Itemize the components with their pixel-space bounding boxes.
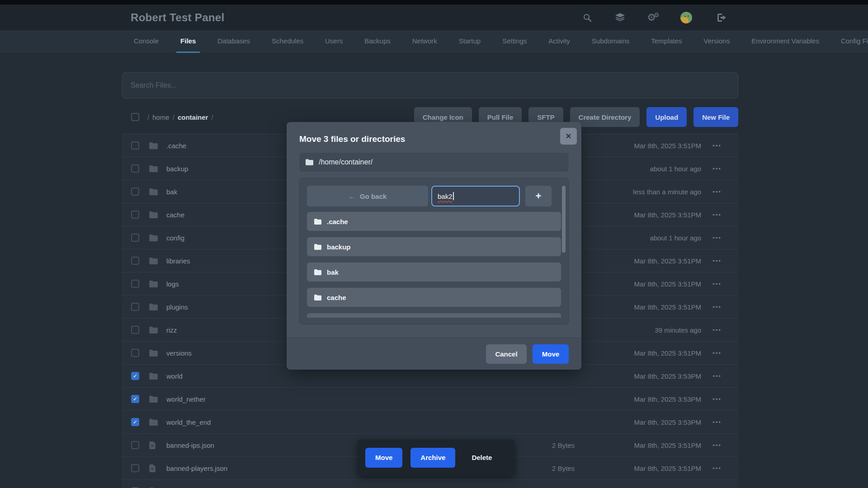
file-date: Mar 8th, 2025 3:51PM <box>593 303 701 311</box>
directory-name: backup <box>327 243 351 251</box>
tab-schedules[interactable]: Schedules <box>268 30 307 53</box>
select-all-checkbox[interactable] <box>131 113 139 121</box>
page-title: Robert Test Panel <box>131 5 224 30</box>
cancel-button[interactable]: Cancel <box>486 344 527 364</box>
row-actions-icon[interactable]: ••• <box>701 188 733 195</box>
row-actions-icon[interactable]: ••• <box>701 235 733 241</box>
tab-settings[interactable]: Settings <box>498 30 531 53</box>
row-checkbox[interactable]: ✓ <box>131 418 139 426</box>
file-date: 39 minutes ago <box>593 326 701 334</box>
file-size: 2 Bytes <box>516 465 575 472</box>
mass-move-button[interactable]: Move <box>365 448 402 468</box>
new-directory-input[interactable]: bak2 <box>431 186 520 206</box>
row-checkbox[interactable] <box>131 141 139 150</box>
row-actions-icon[interactable]: ••• <box>701 350 733 357</box>
close-icon[interactable]: ✕ <box>560 128 577 145</box>
tab-users[interactable]: Users <box>321 30 347 53</box>
row-actions-icon[interactable]: ••• <box>701 442 733 449</box>
breadcrumb-segment[interactable]: home <box>152 113 170 121</box>
tab-config-files[interactable]: Config Files <box>837 30 868 53</box>
row-actions-icon[interactable]: ••• <box>701 142 733 149</box>
scrollbar-thumb[interactable] <box>562 186 566 253</box>
row-checkbox[interactable] <box>131 303 139 311</box>
app-root: Robert Test Panel ⚙⚙ ConsoleFilesDatabas… <box>0 0 868 488</box>
row-checkbox[interactable] <box>131 326 139 334</box>
mass-delete-button[interactable]: Delete <box>472 454 492 461</box>
row-actions-icon[interactable]: ••• <box>701 304 733 310</box>
search-icon[interactable] <box>580 5 595 30</box>
go-back-button[interactable]: ← Go back <box>307 186 428 206</box>
tab-network[interactable]: Network <box>408 30 441 53</box>
tab-templates[interactable]: Templates <box>647 30 686 53</box>
breadcrumb-segment[interactable]: container <box>178 113 208 121</box>
add-directory-button[interactable]: + <box>525 186 552 206</box>
logout-icon[interactable] <box>714 5 730 30</box>
mass-archive-button[interactable]: Archive <box>410 448 455 468</box>
confirm-move-button[interactable]: Move <box>533 344 569 364</box>
gears-icon[interactable]: ⚙⚙ <box>646 5 661 30</box>
row-actions-icon[interactable]: ••• <box>701 396 733 403</box>
file-name[interactable]: world_the_end <box>166 418 516 426</box>
tab-startup[interactable]: Startup <box>455 30 485 53</box>
file-name[interactable]: world_nether <box>166 395 516 403</box>
file-size: 2 Bytes <box>516 441 575 449</box>
tab-databases[interactable]: Databases <box>213 30 254 53</box>
row-actions-icon[interactable]: ••• <box>701 165 733 172</box>
table-row[interactable]: ✓world_netherMar 8th, 2025 3:53PM••• <box>122 388 738 411</box>
file-date: Mar 8th, 2025 3:51PM <box>593 211 701 219</box>
tab-activity[interactable]: Activity <box>544 30 574 53</box>
row-checkbox[interactable]: ✓ <box>131 372 139 380</box>
tab-versions[interactable]: Versions <box>700 30 734 53</box>
browser-controls: ← Go back bak2 + <box>307 186 561 206</box>
row-checkbox[interactable] <box>131 234 139 242</box>
tab-files[interactable]: Files <box>176 30 200 53</box>
row-checkbox[interactable] <box>131 211 139 219</box>
table-row[interactable]: ✓world_the_endMar 8th, 2025 3:53PM••• <box>122 411 738 434</box>
directory-row[interactable] <box>307 313 561 318</box>
current-path: /home/container/ <box>319 158 373 166</box>
folder-icon <box>314 219 321 225</box>
table-row[interactable] <box>122 480 738 488</box>
file-date: Mar 8th, 2025 3:53PM <box>593 372 701 380</box>
row-checkbox[interactable] <box>131 164 139 173</box>
tab-backups[interactable]: Backups <box>360 30 395 53</box>
folder-icon <box>149 419 159 426</box>
directory-row[interactable]: cache <box>307 288 561 307</box>
file-date: Mar 8th, 2025 3:51PM <box>593 441 701 449</box>
tab-environment-variables[interactable]: Environment Variables <box>747 30 823 53</box>
header-bar: Robert Test Panel ⚙⚙ <box>0 5 868 30</box>
row-checkbox[interactable] <box>131 188 139 196</box>
row-checkbox[interactable] <box>131 257 139 265</box>
upload-button[interactable]: Upload <box>646 107 687 127</box>
folder-icon <box>306 159 313 165</box>
directory-row[interactable]: .cache <box>307 212 561 231</box>
row-checkbox[interactable] <box>131 441 139 449</box>
row-actions-icon[interactable]: ••• <box>701 327 733 333</box>
row-actions-icon[interactable]: ••• <box>701 258 733 264</box>
row-checkbox[interactable]: ✓ <box>131 395 139 403</box>
directory-row[interactable]: bak <box>307 263 561 282</box>
row-actions-icon[interactable]: ••• <box>701 281 733 287</box>
tab-console[interactable]: Console <box>130 30 163 53</box>
search-input[interactable] <box>123 73 738 98</box>
folder-icon <box>314 269 321 275</box>
row-actions-icon[interactable]: ••• <box>701 211 733 218</box>
row-checkbox[interactable] <box>131 349 139 357</box>
file-name[interactable]: world <box>166 372 516 380</box>
directory-row[interactable]: backup <box>307 237 561 256</box>
layers-icon[interactable] <box>612 5 627 30</box>
breadcrumb-slash: / <box>147 113 149 121</box>
input-value: bak2 <box>438 192 453 200</box>
row-actions-icon[interactable]: ••• <box>701 465 733 472</box>
folder-icon <box>149 304 159 310</box>
new-file-button[interactable]: New File <box>693 107 738 127</box>
avatar[interactable] <box>679 5 694 30</box>
tab-subdomains[interactable]: Subdomains <box>588 30 633 53</box>
move-files-modal: Move 3 files or directories ✕ /home/cont… <box>287 122 581 370</box>
row-actions-icon[interactable]: ••• <box>701 373 733 380</box>
breadcrumb-slash: / <box>173 113 175 121</box>
row-actions-icon[interactable]: ••• <box>701 419 733 426</box>
row-checkbox[interactable] <box>131 464 139 472</box>
file-date: Mar 8th, 2025 3:53PM <box>593 395 701 403</box>
row-checkbox[interactable] <box>131 280 139 288</box>
